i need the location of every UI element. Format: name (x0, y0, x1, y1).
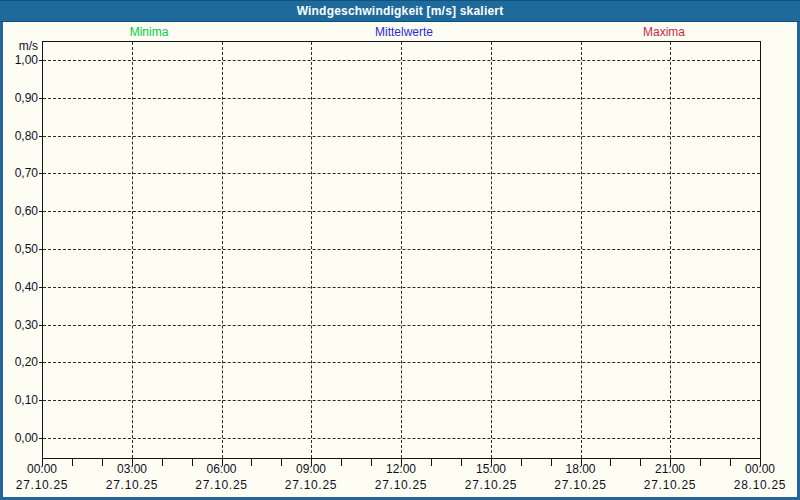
v-gridline (491, 42, 492, 458)
x-tick-time: 18:00 (551, 462, 611, 476)
x-tick-date: 27.10.25 (366, 478, 436, 492)
y-tick-label: 0,20 (0, 355, 38, 369)
y-tick-label: 0,70 (0, 166, 38, 180)
plot-area (42, 41, 761, 459)
x-tick-date: 27.10.25 (635, 478, 705, 492)
y-tick-label: 0,30 (0, 318, 38, 332)
chart-title-bar: Windgeschwindigkeit [m/s] skaliert (0, 0, 800, 22)
y-tick-label: 0,00 (0, 431, 38, 445)
y-tick-label: 0,60 (0, 204, 38, 218)
v-gridline (132, 42, 133, 458)
legend-minima: Minima (89, 25, 209, 39)
wind-speed-chart-panel: Windgeschwindigkeit [m/s] skaliert Minim… (0, 0, 800, 500)
v-gridline (670, 42, 671, 458)
v-gridline (581, 42, 582, 458)
x-tick-date: 27.10.25 (187, 478, 257, 492)
x-tick-time: 00:00 (730, 462, 790, 476)
x-tick-time: 15:00 (461, 462, 521, 476)
x-tick-time: 21:00 (640, 462, 700, 476)
y-tick-label: 0,80 (0, 129, 38, 143)
x-tick-date: 27.10.25 (276, 478, 346, 492)
v-gridline (401, 42, 402, 458)
y-axis-unit-label: m/s (0, 39, 38, 53)
x-tick-time: 09:00 (281, 462, 341, 476)
x-tick-date: 27.10.25 (97, 478, 167, 492)
y-tick-label: 0,40 (0, 280, 38, 294)
chart-title: Windgeschwindigkeit [m/s] skaliert (297, 4, 504, 18)
x-tick-time: 12:00 (371, 462, 431, 476)
v-gridline (222, 42, 223, 458)
legend-mittelwerte: Mittelwerte (344, 25, 464, 39)
x-tick-time: 00:00 (12, 462, 72, 476)
y-tick-label: 1,00 (0, 53, 38, 67)
y-tick-label: 0,10 (0, 393, 38, 407)
x-tick-date: 28.10.25 (725, 478, 795, 492)
x-tick-date: 27.10.25 (456, 478, 526, 492)
x-tick-date: 27.10.25 (546, 478, 616, 492)
v-gridline (311, 42, 312, 458)
x-tick-time: 03:00 (102, 462, 162, 476)
y-tick-label: 0,90 (0, 91, 38, 105)
y-tick-label: 0,50 (0, 242, 38, 256)
x-tick-date: 27.10.25 (7, 478, 77, 492)
legend-maxima: Maxima (604, 25, 724, 39)
x-tick-time: 06:00 (192, 462, 252, 476)
